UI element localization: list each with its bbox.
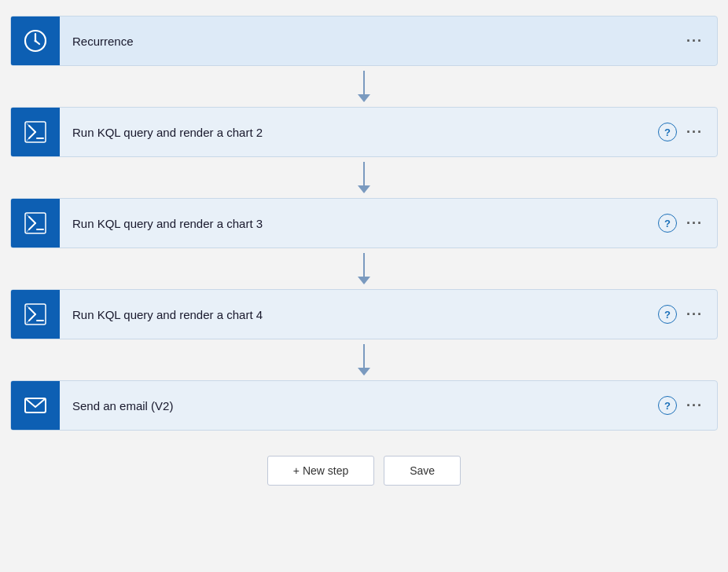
svg-line-9 (27, 134, 33, 141)
connector-arrow (358, 185, 370, 193)
step-card-recurrence[interactable]: Recurrence··· (10, 16, 718, 66)
step-icon-email (11, 381, 60, 430)
step-label-kql4: Run KQL query and render a chart 4 (60, 308, 658, 321)
connector-arrow (358, 368, 370, 376)
step-actions-kql2: ?··· (658, 123, 717, 141)
more-button-recurrence[interactable]: ··· (683, 33, 706, 50)
connector-line (363, 344, 365, 368)
svg-point-3 (35, 40, 37, 42)
step-icon-kql (11, 199, 60, 248)
more-button-email[interactable]: ··· (683, 398, 706, 414)
connector (358, 66, 370, 107)
step-label-email: Send an email (V2) (60, 399, 658, 412)
connector-line (363, 253, 365, 277)
svg-line-15 (27, 226, 33, 232)
step-icon-clock (11, 16, 60, 65)
svg-line-14 (27, 214, 33, 221)
more-button-kql2[interactable]: ··· (683, 124, 706, 141)
step-label-kql3: Run KQL query and render a chart 3 (60, 217, 658, 230)
more-button-kql3[interactable]: ··· (683, 215, 706, 232)
svg-line-8 (27, 123, 33, 130)
step-label-recurrence: Recurrence (60, 35, 683, 48)
step-card-email[interactable]: Send an email (V2)?··· (10, 380, 718, 431)
step-icon-kql (11, 108, 60, 156)
connector (358, 248, 370, 289)
step-actions-kql3: ?··· (658, 214, 717, 233)
connector (358, 339, 370, 380)
connector-line (363, 162, 365, 185)
connector-arrow (358, 277, 370, 284)
connector-arrow (358, 94, 370, 102)
new-step-button[interactable]: + New step (267, 456, 374, 486)
step-actions-email: ?··· (658, 396, 717, 415)
connector-line (363, 71, 365, 94)
help-button-kql4[interactable]: ? (658, 305, 677, 324)
svg-line-21 (27, 317, 33, 323)
flow-container: Recurrence··· Run KQL query and render a… (10, 16, 718, 486)
help-button-kql3[interactable]: ? (658, 214, 677, 233)
help-button-email[interactable]: ? (658, 396, 677, 415)
step-label-kql2: Run KQL query and render a chart 2 (60, 126, 658, 139)
step-card-kql4[interactable]: Run KQL query and render a chart 4?··· (10, 289, 718, 339)
step-card-kql3[interactable]: Run KQL query and render a chart 3?··· (10, 198, 718, 248)
save-button[interactable]: Save (384, 456, 461, 486)
connector (358, 157, 370, 198)
step-icon-kql (11, 290, 60, 339)
help-button-kql2[interactable]: ? (658, 123, 677, 141)
step-card-kql2[interactable]: Run KQL query and render a chart 2?··· (10, 107, 718, 157)
step-actions-kql4: ?··· (658, 305, 717, 324)
more-button-kql4[interactable]: ··· (683, 306, 706, 323)
svg-line-20 (27, 306, 33, 312)
bottom-actions: + New stepSave (267, 456, 461, 486)
step-actions-recurrence: ··· (683, 33, 717, 50)
